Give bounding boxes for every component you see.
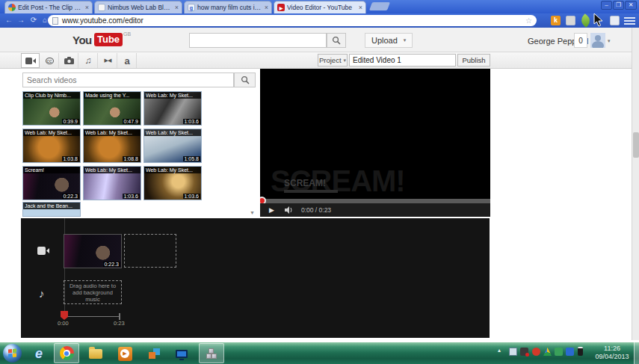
video-thumbnail[interactable]: Web Lab: My Sket... 1:03.6 bbox=[143, 91, 202, 126]
youtube-search-button[interactable] bbox=[327, 33, 346, 48]
video-thumbnail[interactable]: Made using the Y... 0:47.9 bbox=[83, 91, 141, 126]
notification-count[interactable]: 0 bbox=[574, 33, 587, 48]
project-name-input[interactable] bbox=[349, 54, 456, 67]
speech-extension-icon[interactable] bbox=[610, 16, 620, 25]
taskbar-clock[interactable]: 11:26 09/04/2013 bbox=[593, 345, 632, 361]
show-desktop-button[interactable] bbox=[634, 342, 639, 364]
timeline-playhead-marker[interactable] bbox=[61, 311, 68, 317]
photos-tool-button[interactable] bbox=[60, 53, 78, 68]
taskbar-archive-app-icon-active[interactable] bbox=[199, 343, 224, 363]
video-thumbnail[interactable]: Jack and the Bean... bbox=[22, 202, 81, 217]
photo-camera-icon bbox=[64, 57, 74, 64]
tab-close-icon[interactable]: × bbox=[85, 4, 89, 10]
tray-blue-app-icon[interactable] bbox=[566, 348, 574, 356]
youtube-logo[interactable]: You bbox=[72, 34, 92, 46]
video-thumbnail[interactable]: Web Lab: My Sket... 1:08.8 bbox=[83, 129, 141, 163]
close-button[interactable]: ✕ bbox=[625, 1, 637, 10]
page-scrollbar[interactable] bbox=[632, 28, 639, 340]
youtube-search-input[interactable] bbox=[189, 33, 327, 48]
timeline-ruler[interactable] bbox=[65, 316, 120, 317]
search-icon bbox=[241, 75, 250, 84]
back-button-icon[interactable]: ← bbox=[3, 15, 15, 25]
player-controls: ▶ 0:00 / 0:23 bbox=[260, 203, 490, 217]
browser-tab-3[interactable]: g how many film cuts is the × bbox=[184, 1, 272, 13]
video-thumbnail[interactable]: Clip Club by Nimb... 0:39.9 bbox=[22, 91, 81, 126]
text-tool-button[interactable]: a bbox=[118, 53, 137, 68]
video-track-icon bbox=[37, 247, 49, 255]
video-drop-zone[interactable] bbox=[124, 234, 176, 268]
video-title: Made using the Y... bbox=[84, 92, 141, 99]
tab-close-icon[interactable]: × bbox=[175, 4, 179, 10]
browser-tab-4-active[interactable]: ▶ Video Editor - YouTube × bbox=[274, 1, 366, 13]
clock-date: 09/04/2013 bbox=[593, 353, 632, 361]
video-duration: 0:39.9 bbox=[62, 119, 79, 124]
minimize-button[interactable]: – bbox=[601, 1, 612, 10]
player-overlay-title: SCREAM! bbox=[284, 178, 326, 188]
upload-button[interactable]: Upload ▾ bbox=[365, 33, 413, 48]
start-button[interactable] bbox=[3, 344, 22, 363]
new-tab-button[interactable] bbox=[369, 2, 390, 10]
creative-commons-tool-button[interactable]: cc bbox=[40, 53, 59, 68]
browser-menu-icon[interactable] bbox=[624, 16, 635, 25]
video-thumbnail[interactable]: Web Lab: My Sket... 1:03.8 bbox=[22, 129, 81, 163]
volume-icon[interactable] bbox=[285, 206, 294, 214]
forward-button-icon[interactable]: → bbox=[15, 15, 27, 25]
video-thumbnail[interactable]: Web Lab: My Sket... 1:05.8 bbox=[143, 129, 202, 163]
tray-opera-icon[interactable] bbox=[532, 348, 540, 356]
video-title: Jack and the Bean... bbox=[23, 203, 80, 209]
panel-scroll-down-icon[interactable]: ▼ bbox=[250, 210, 255, 215]
page-favicon-icon bbox=[98, 4, 105, 11]
timeline-video-clip[interactable]: 0:22.3 bbox=[64, 234, 122, 268]
video-title: Web Lab: My Sket... bbox=[84, 129, 141, 136]
video-thumbnail[interactable]: Web Lab: My Sket... 1:03.6 bbox=[83, 166, 141, 200]
tray-display-icon[interactable] bbox=[509, 348, 517, 356]
taskbar-ie-icon[interactable]: e bbox=[30, 345, 48, 363]
cc-icon: cc bbox=[46, 58, 54, 64]
video-camera-icon bbox=[25, 58, 36, 64]
search-videos-button[interactable] bbox=[234, 73, 256, 87]
chevron-down-icon: ▾ bbox=[344, 58, 347, 64]
taskbar-chrome-icon-active[interactable] bbox=[54, 343, 79, 363]
play-button-icon[interactable]: ▶ bbox=[269, 206, 274, 214]
video-duration: 1:03.8 bbox=[62, 156, 79, 161]
video-duration: 0:47.9 bbox=[123, 119, 140, 124]
project-dropdown[interactable]: Project ▾ bbox=[318, 54, 348, 67]
browser-tab-1[interactable]: Edit Post - The Clip Club - × bbox=[4, 1, 93, 13]
tray-expand-icon[interactable]: ▴ bbox=[498, 347, 501, 354]
video-title: Web Lab: My Sket... bbox=[144, 92, 201, 99]
taskbar-media-player-icon[interactable]: ▶ bbox=[116, 345, 134, 363]
browser-tab-2[interactable]: Nimbus Web Lab Blog - T × bbox=[94, 1, 182, 13]
video-thumbnail[interactable]: Scream! 0:22.3 bbox=[22, 166, 81, 200]
account-chevron-down-icon[interactable]: ▾ bbox=[608, 38, 611, 44]
taskbar-explorer-icon[interactable] bbox=[87, 345, 105, 363]
taskbar-remote-pc-icon[interactable] bbox=[173, 345, 191, 363]
tab-close-icon[interactable]: × bbox=[359, 4, 362, 10]
video-title: Clip Club by Nimb... bbox=[23, 92, 80, 99]
publish-button[interactable]: Publish bbox=[457, 54, 490, 67]
timeline-panel: 0:22.3 ♪ Drag audio here to add backgrou… bbox=[21, 218, 490, 338]
tab-close-icon[interactable]: × bbox=[265, 4, 268, 10]
text-tool-icon: a bbox=[124, 55, 129, 67]
refresh-button-icon[interactable]: ⟳ bbox=[28, 15, 40, 25]
video-preview-player[interactable]: SCREAM! SCREAM! ▶ 0:00 / 0:23 bbox=[260, 69, 490, 217]
video-clips-tool-button[interactable] bbox=[21, 53, 40, 68]
extension-icon[interactable] bbox=[566, 16, 575, 25]
scrollbar-handle[interactable] bbox=[633, 132, 639, 158]
taskbar-cubes-app-icon[interactable] bbox=[145, 345, 163, 363]
tray-battery-icon[interactable] bbox=[578, 347, 583, 356]
restore-button[interactable]: ❐ bbox=[613, 1, 624, 10]
video-thumbnail[interactable]: Web Lab: My Sket... 1:03.6 bbox=[143, 166, 202, 200]
tray-volume-icon[interactable] bbox=[520, 348, 528, 356]
tab-title: Nimbus Web Lab Blog - T bbox=[108, 4, 173, 11]
audio-drop-zone[interactable]: Drag audio here to add background music bbox=[64, 280, 122, 304]
audio-tool-button[interactable]: ♫ bbox=[79, 53, 98, 68]
url-text[interactable]: www.youtube.com/editor bbox=[62, 16, 522, 25]
extension-k-icon[interactable]: k bbox=[551, 16, 561, 25]
tray-green-app-icon[interactable] bbox=[555, 348, 563, 356]
address-bar[interactable]: www.youtube.com/editor ☆ bbox=[48, 15, 537, 26]
search-videos-input[interactable] bbox=[22, 73, 234, 87]
avatar[interactable] bbox=[590, 33, 605, 48]
bookmark-star-icon[interactable]: ☆ bbox=[525, 16, 532, 25]
transitions-tool-button[interactable]: ▶◀ bbox=[99, 53, 117, 68]
youtube-logo-tube[interactable]: Tube bbox=[94, 33, 123, 46]
